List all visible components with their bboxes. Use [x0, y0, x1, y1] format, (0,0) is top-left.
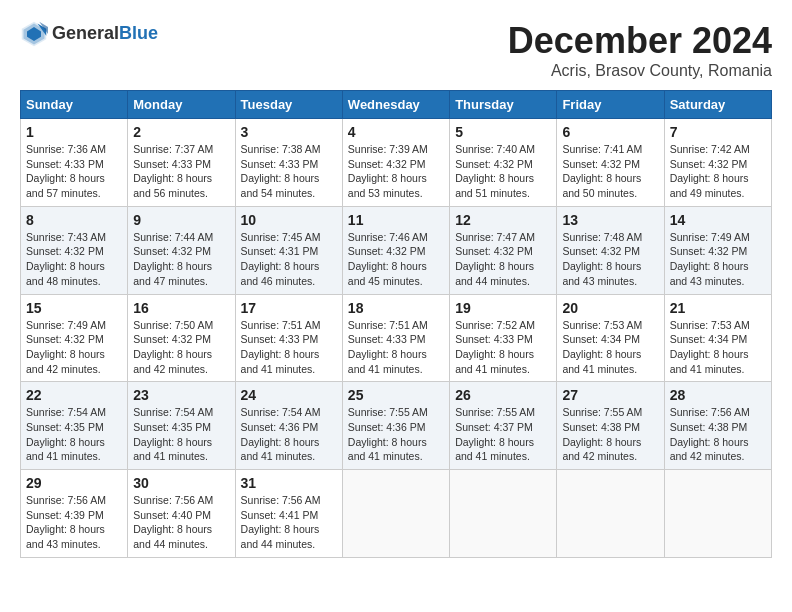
day-number: 26 — [455, 387, 551, 403]
calendar-header-wednesday: Wednesday — [342, 91, 449, 119]
calendar-day-cell — [342, 470, 449, 558]
calendar-week-row: 22 Sunrise: 7:54 AM Sunset: 4:35 PM Dayl… — [21, 382, 772, 470]
day-number: 22 — [26, 387, 122, 403]
day-number: 16 — [133, 300, 229, 316]
day-number: 24 — [241, 387, 337, 403]
day-info: Sunrise: 7:55 AM Sunset: 4:37 PM Dayligh… — [455, 405, 551, 464]
day-info: Sunrise: 7:51 AM Sunset: 4:33 PM Dayligh… — [348, 318, 444, 377]
calendar-day-cell: 21 Sunrise: 7:53 AM Sunset: 4:34 PM Dayl… — [664, 294, 771, 382]
calendar-day-cell: 13 Sunrise: 7:48 AM Sunset: 4:32 PM Dayl… — [557, 206, 664, 294]
calendar-day-cell: 14 Sunrise: 7:49 AM Sunset: 4:32 PM Dayl… — [664, 206, 771, 294]
day-info: Sunrise: 7:39 AM Sunset: 4:32 PM Dayligh… — [348, 142, 444, 201]
day-info: Sunrise: 7:50 AM Sunset: 4:32 PM Dayligh… — [133, 318, 229, 377]
calendar-day-cell: 31 Sunrise: 7:56 AM Sunset: 4:41 PM Dayl… — [235, 470, 342, 558]
day-number: 6 — [562, 124, 658, 140]
calendar-week-row: 29 Sunrise: 7:56 AM Sunset: 4:39 PM Dayl… — [21, 470, 772, 558]
calendar-day-cell: 7 Sunrise: 7:42 AM Sunset: 4:32 PM Dayli… — [664, 119, 771, 207]
month-title: December 2024 — [508, 20, 772, 62]
day-info: Sunrise: 7:56 AM Sunset: 4:41 PM Dayligh… — [241, 493, 337, 552]
general-blue-logo-icon — [20, 20, 48, 48]
day-number: 30 — [133, 475, 229, 491]
calendar-day-cell: 23 Sunrise: 7:54 AM Sunset: 4:35 PM Dayl… — [128, 382, 235, 470]
day-number: 7 — [670, 124, 766, 140]
day-number: 1 — [26, 124, 122, 140]
day-info: Sunrise: 7:44 AM Sunset: 4:32 PM Dayligh… — [133, 230, 229, 289]
day-number: 29 — [26, 475, 122, 491]
calendar-day-cell: 2 Sunrise: 7:37 AM Sunset: 4:33 PM Dayli… — [128, 119, 235, 207]
day-info: Sunrise: 7:41 AM Sunset: 4:32 PM Dayligh… — [562, 142, 658, 201]
logo: GeneralBlue — [20, 20, 158, 48]
calendar-table: SundayMondayTuesdayWednesdayThursdayFrid… — [20, 90, 772, 558]
calendar-header-saturday: Saturday — [664, 91, 771, 119]
day-number: 3 — [241, 124, 337, 140]
calendar-header-tuesday: Tuesday — [235, 91, 342, 119]
day-number: 13 — [562, 212, 658, 228]
logo-general: GeneralBlue — [52, 24, 158, 44]
day-number: 21 — [670, 300, 766, 316]
calendar-header-row: SundayMondayTuesdayWednesdayThursdayFrid… — [21, 91, 772, 119]
calendar-day-cell: 11 Sunrise: 7:46 AM Sunset: 4:32 PM Dayl… — [342, 206, 449, 294]
day-number: 10 — [241, 212, 337, 228]
day-info: Sunrise: 7:53 AM Sunset: 4:34 PM Dayligh… — [562, 318, 658, 377]
day-number: 19 — [455, 300, 551, 316]
day-info: Sunrise: 7:47 AM Sunset: 4:32 PM Dayligh… — [455, 230, 551, 289]
calendar-week-row: 15 Sunrise: 7:49 AM Sunset: 4:32 PM Dayl… — [21, 294, 772, 382]
day-info: Sunrise: 7:49 AM Sunset: 4:32 PM Dayligh… — [26, 318, 122, 377]
day-number: 4 — [348, 124, 444, 140]
day-info: Sunrise: 7:52 AM Sunset: 4:33 PM Dayligh… — [455, 318, 551, 377]
day-number: 23 — [133, 387, 229, 403]
day-number: 12 — [455, 212, 551, 228]
header: GeneralBlue December 2024 Acris, Brasov … — [20, 20, 772, 80]
calendar-week-row: 8 Sunrise: 7:43 AM Sunset: 4:32 PM Dayli… — [21, 206, 772, 294]
calendar-header-thursday: Thursday — [450, 91, 557, 119]
day-info: Sunrise: 7:48 AM Sunset: 4:32 PM Dayligh… — [562, 230, 658, 289]
location-title: Acris, Brasov County, Romania — [508, 62, 772, 80]
day-info: Sunrise: 7:56 AM Sunset: 4:38 PM Dayligh… — [670, 405, 766, 464]
calendar-day-cell: 19 Sunrise: 7:52 AM Sunset: 4:33 PM Dayl… — [450, 294, 557, 382]
calendar-header-monday: Monday — [128, 91, 235, 119]
title-block: December 2024 Acris, Brasov County, Roma… — [508, 20, 772, 80]
calendar-day-cell: 6 Sunrise: 7:41 AM Sunset: 4:32 PM Dayli… — [557, 119, 664, 207]
day-info: Sunrise: 7:53 AM Sunset: 4:34 PM Dayligh… — [670, 318, 766, 377]
day-info: Sunrise: 7:54 AM Sunset: 4:35 PM Dayligh… — [133, 405, 229, 464]
day-number: 27 — [562, 387, 658, 403]
day-info: Sunrise: 7:45 AM Sunset: 4:31 PM Dayligh… — [241, 230, 337, 289]
calendar-day-cell — [664, 470, 771, 558]
day-info: Sunrise: 7:56 AM Sunset: 4:40 PM Dayligh… — [133, 493, 229, 552]
day-info: Sunrise: 7:51 AM Sunset: 4:33 PM Dayligh… — [241, 318, 337, 377]
day-info: Sunrise: 7:42 AM Sunset: 4:32 PM Dayligh… — [670, 142, 766, 201]
calendar-day-cell: 12 Sunrise: 7:47 AM Sunset: 4:32 PM Dayl… — [450, 206, 557, 294]
day-number: 18 — [348, 300, 444, 316]
day-number: 28 — [670, 387, 766, 403]
day-number: 8 — [26, 212, 122, 228]
calendar-day-cell: 28 Sunrise: 7:56 AM Sunset: 4:38 PM Dayl… — [664, 382, 771, 470]
calendar-day-cell: 5 Sunrise: 7:40 AM Sunset: 4:32 PM Dayli… — [450, 119, 557, 207]
calendar-week-row: 1 Sunrise: 7:36 AM Sunset: 4:33 PM Dayli… — [21, 119, 772, 207]
day-info: Sunrise: 7:36 AM Sunset: 4:33 PM Dayligh… — [26, 142, 122, 201]
day-number: 20 — [562, 300, 658, 316]
calendar-day-cell: 16 Sunrise: 7:50 AM Sunset: 4:32 PM Dayl… — [128, 294, 235, 382]
day-info: Sunrise: 7:40 AM Sunset: 4:32 PM Dayligh… — [455, 142, 551, 201]
calendar-day-cell: 22 Sunrise: 7:54 AM Sunset: 4:35 PM Dayl… — [21, 382, 128, 470]
day-info: Sunrise: 7:38 AM Sunset: 4:33 PM Dayligh… — [241, 142, 337, 201]
day-info: Sunrise: 7:49 AM Sunset: 4:32 PM Dayligh… — [670, 230, 766, 289]
logo-text: GeneralBlue — [52, 24, 158, 44]
calendar-day-cell: 15 Sunrise: 7:49 AM Sunset: 4:32 PM Dayl… — [21, 294, 128, 382]
day-number: 5 — [455, 124, 551, 140]
calendar-day-cell — [450, 470, 557, 558]
day-number: 9 — [133, 212, 229, 228]
calendar-day-cell: 8 Sunrise: 7:43 AM Sunset: 4:32 PM Dayli… — [21, 206, 128, 294]
day-info: Sunrise: 7:37 AM Sunset: 4:33 PM Dayligh… — [133, 142, 229, 201]
calendar-day-cell: 3 Sunrise: 7:38 AM Sunset: 4:33 PM Dayli… — [235, 119, 342, 207]
day-number: 31 — [241, 475, 337, 491]
day-info: Sunrise: 7:46 AM Sunset: 4:32 PM Dayligh… — [348, 230, 444, 289]
day-info: Sunrise: 7:54 AM Sunset: 4:36 PM Dayligh… — [241, 405, 337, 464]
calendar-day-cell: 4 Sunrise: 7:39 AM Sunset: 4:32 PM Dayli… — [342, 119, 449, 207]
day-info: Sunrise: 7:56 AM Sunset: 4:39 PM Dayligh… — [26, 493, 122, 552]
calendar-day-cell: 9 Sunrise: 7:44 AM Sunset: 4:32 PM Dayli… — [128, 206, 235, 294]
calendar-day-cell: 17 Sunrise: 7:51 AM Sunset: 4:33 PM Dayl… — [235, 294, 342, 382]
day-number: 17 — [241, 300, 337, 316]
calendar-header-friday: Friday — [557, 91, 664, 119]
calendar-day-cell: 18 Sunrise: 7:51 AM Sunset: 4:33 PM Dayl… — [342, 294, 449, 382]
day-info: Sunrise: 7:54 AM Sunset: 4:35 PM Dayligh… — [26, 405, 122, 464]
